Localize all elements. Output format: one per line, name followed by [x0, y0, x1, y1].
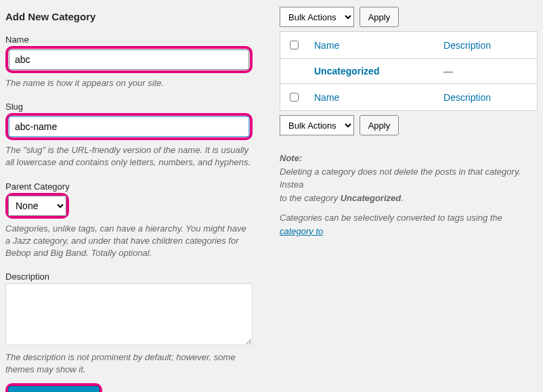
bulk-actions-select-bottom[interactable]: Bulk Actions: [280, 115, 354, 135]
apply-button-bottom[interactable]: Apply: [360, 115, 399, 135]
col-description-header[interactable]: Description: [443, 40, 491, 51]
select-all-bottom-checkbox[interactable]: [290, 93, 299, 102]
categories-table: Name Description Uncategorized — Name De…: [280, 31, 538, 111]
note-line1c: .: [401, 193, 404, 203]
parent-help: Categories, unlike tags, can have a hier…: [5, 223, 253, 260]
bulk-actions-select-top[interactable]: Bulk Actions: [280, 7, 354, 27]
parent-highlight: None: [5, 193, 69, 219]
col-description-footer[interactable]: Description: [443, 92, 491, 103]
slug-input[interactable]: [9, 116, 249, 137]
bulk-actions-bottom: Bulk Actions Apply: [280, 115, 538, 135]
col-name-footer[interactable]: Name: [314, 92, 339, 103]
note-line1a: Deleting a category does not delete the …: [280, 167, 521, 190]
row-name[interactable]: Uncategorized: [314, 66, 379, 77]
description-help: The description is not prominent by defa…: [5, 351, 253, 376]
name-help: The name is how it appears on your site.: [5, 77, 253, 89]
description-label: Description: [5, 271, 253, 282]
note-lead: Note:: [280, 153, 302, 163]
note-line1b: to the category: [280, 193, 341, 203]
description-textarea[interactable]: [5, 283, 253, 345]
name-label: Name: [5, 35, 253, 45]
apply-button-top[interactable]: Apply: [360, 7, 399, 27]
note-block: Note: Deleting a category does not delet…: [280, 152, 538, 238]
category-to-tag-link[interactable]: category to: [280, 226, 323, 236]
slug-help: The "slug" is the URL-friendly version o…: [5, 144, 253, 169]
parent-select[interactable]: None: [8, 196, 66, 216]
select-all-top-checkbox[interactable]: [290, 41, 299, 49]
note-uncategorized: Uncategorized: [341, 193, 401, 203]
name-input[interactable]: [9, 49, 249, 70]
submit-highlight: Add New Category: [5, 383, 102, 393]
name-highlight: [5, 46, 253, 73]
slug-highlight: [5, 113, 253, 140]
page-heading: Add New Category: [5, 11, 253, 22]
row-description: —: [437, 59, 537, 84]
col-name-header[interactable]: Name: [314, 40, 339, 51]
slug-label: Slug: [5, 102, 253, 112]
table-row: Uncategorized —: [280, 59, 538, 84]
parent-label: Parent Category: [5, 181, 253, 192]
add-category-button[interactable]: Add New Category: [8, 386, 100, 393]
note-line2: Categories can be selectively converted …: [280, 213, 502, 223]
bulk-actions-top: Bulk Actions Apply: [280, 7, 538, 27]
